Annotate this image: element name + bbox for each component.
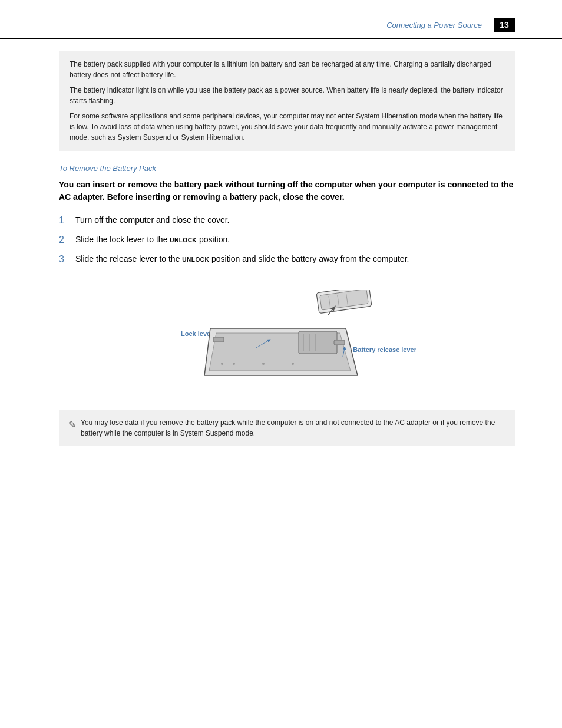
diagram-container: Lock lever — [163, 278, 411, 396]
step-text-3: Slide the release lever to the UNLOCK po… — [75, 253, 515, 265]
step-3: 3 Slide the release lever to the UNLOCK … — [59, 253, 515, 266]
section-heading: To Remove the Battery Pack — [59, 164, 515, 173]
note-box: The battery pack supplied with your comp… — [59, 51, 515, 151]
header-title: Connecting a Power Source — [386, 21, 482, 29]
step-text-2: Slide the lock lever to the UNLOCK posit… — [75, 233, 515, 246]
svg-rect-6 — [299, 331, 337, 354]
svg-point-12 — [221, 363, 223, 365]
step3-unlock-word: UNLOCK — [182, 256, 209, 263]
svg-rect-11 — [334, 340, 345, 345]
diagram-area: Lock lever — [59, 278, 515, 396]
step2-text-before: Slide the lock lever to the — [75, 235, 170, 244]
step-number-3: 3 — [59, 252, 75, 266]
step3-text-after: position and slide the battery away from… — [209, 254, 409, 263]
warning-box: ✎ You may lose data if you remove the ba… — [59, 410, 515, 446]
warning-icon: ✎ — [68, 418, 76, 432]
svg-point-14 — [262, 363, 265, 365]
svg-point-13 — [233, 363, 235, 365]
note-paragraph-1: The battery pack supplied with your comp… — [70, 59, 504, 80]
page-number: 13 — [494, 18, 515, 32]
main-content: The battery pack supplied with your comp… — [0, 39, 562, 469]
page: Connecting a Power Source 13 The battery… — [0, 0, 562, 728]
intro-paragraph: You can insert or remove the battery pac… — [59, 179, 515, 203]
step2-text-after: position. — [197, 235, 230, 244]
step3-text-before: Slide the release lever to the — [75, 254, 182, 263]
laptop-svg — [193, 290, 381, 384]
note-paragraph-3: For some software applications and some … — [70, 111, 504, 143]
page-header: Connecting a Power Source 13 — [0, 0, 562, 39]
steps-list: 1 Turn off the computer and close the co… — [59, 214, 515, 266]
step2-unlock-word: UNLOCK — [170, 237, 197, 243]
step-2: 2 Slide the lock lever to the UNLOCK pos… — [59, 233, 515, 247]
step-text-1: Turn off the computer and close the cove… — [75, 214, 515, 226]
svg-point-15 — [292, 363, 294, 365]
step-number-2: 2 — [59, 233, 75, 247]
note-paragraph-2: The battery indicator light is on while … — [70, 85, 504, 106]
step-1: 1 Turn off the computer and close the co… — [59, 214, 515, 228]
label-battery-release-lever: Battery release lever — [353, 346, 416, 353]
step-number-1: 1 — [59, 213, 75, 228]
svg-rect-10 — [213, 337, 224, 342]
warning-text: You may lose data if you remove the batt… — [81, 417, 505, 439]
